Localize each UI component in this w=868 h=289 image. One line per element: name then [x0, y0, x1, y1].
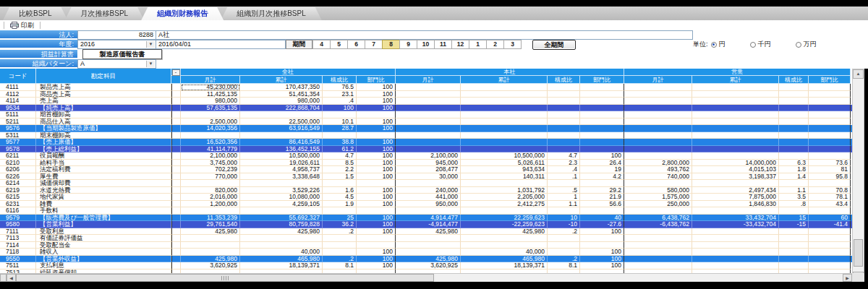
cell[interactable] — [692, 105, 779, 112]
cell[interactable]: 100 — [580, 262, 624, 269]
row-account-name[interactable]: 支払利息 — [36, 262, 171, 269]
cell[interactable]: 100 — [580, 256, 624, 263]
cell[interactable]: 240,000 — [396, 187, 461, 194]
cell[interactable] — [624, 118, 692, 126]
cell[interactable] — [809, 262, 851, 269]
cell[interactable]: 1.5 — [323, 173, 357, 181]
cell[interactable]: 493,762 — [624, 166, 692, 173]
cell[interactable] — [461, 91, 548, 98]
cell[interactable] — [624, 98, 692, 105]
cell[interactable]: 22,259,623 — [461, 215, 548, 222]
cost-report-button[interactable]: 製造原価報告書 — [82, 49, 162, 59]
row-code[interactable]: 9578 — [0, 146, 36, 153]
cell[interactable]: 4,914,477 — [396, 215, 461, 222]
corporation-code-input[interactable]: 8288 — [77, 30, 156, 40]
period-month-button-9[interactable]: 9 — [399, 40, 417, 49]
cell[interactable] — [809, 235, 851, 242]
cell[interactable] — [809, 249, 851, 256]
cell[interactable]: 100 — [357, 228, 396, 236]
row-account-name[interactable]: 【売上総利益】 — [36, 146, 171, 153]
cell[interactable]: 10.1 — [323, 118, 357, 126]
cell[interactable] — [181, 180, 240, 187]
cell[interactable]: 580,000 — [624, 187, 692, 194]
cell[interactable] — [548, 91, 580, 98]
tab-comparison-bspl[interactable]: 比較BSPL — [3, 7, 68, 20]
row-code[interactable]: 6219 — [0, 187, 36, 194]
cell[interactable]: 11,425,135 — [181, 91, 240, 98]
period-month-button-1[interactable]: 1 — [469, 40, 487, 49]
row-code[interactable]: 9579 — [0, 215, 36, 222]
cell[interactable] — [396, 98, 461, 105]
cell[interactable]: 100 — [323, 105, 357, 112]
cell[interactable] — [461, 105, 548, 112]
cell[interactable] — [692, 125, 779, 132]
row-account-name[interactable]: 雑収入 — [36, 249, 171, 256]
cell[interactable] — [692, 118, 779, 126]
cell[interactable] — [692, 262, 779, 269]
cell[interactable]: 702,239 — [181, 166, 240, 173]
cell[interactable] — [461, 111, 548, 118]
cell[interactable]: -27.6 — [580, 221, 624, 228]
row-account-name[interactable]: 【営業利益】 — [36, 221, 171, 228]
row-code[interactable]: 4111 — [0, 84, 36, 91]
cell[interactable]: 36.2 — [323, 221, 357, 228]
unit-radio-0[interactable]: 円 — [711, 40, 726, 49]
cell[interactable] — [396, 146, 461, 153]
row-code[interactable]: 9577 — [0, 139, 36, 146]
cell[interactable]: 136,452,155 — [240, 146, 323, 153]
row-code[interactable]: 6206 — [0, 166, 36, 173]
cell[interactable]: -10 — [548, 221, 580, 228]
cell[interactable] — [461, 125, 548, 132]
cell[interactable]: 29,761,540 — [181, 221, 240, 228]
cell[interactable] — [809, 111, 851, 118]
cell[interactable] — [809, 105, 851, 112]
cell[interactable] — [548, 132, 580, 139]
cell[interactable]: 3,529,226 — [240, 187, 323, 194]
cell[interactable]: 19 — [580, 166, 624, 173]
cell[interactable] — [323, 132, 357, 139]
cell[interactable] — [548, 139, 580, 146]
cell[interactable] — [396, 235, 461, 242]
row-code[interactable]: 6215 — [0, 194, 36, 201]
period-month-button-8[interactable]: 8 — [382, 40, 400, 49]
cell[interactable] — [580, 235, 624, 242]
row-code[interactable]: 5311 — [0, 132, 36, 139]
cell[interactable]: 45,230,000 — [181, 84, 240, 91]
cell[interactable] — [240, 207, 323, 215]
cell[interactable] — [624, 256, 692, 263]
cell[interactable]: 100 — [357, 187, 396, 194]
period-month-button-2[interactable]: 2 — [486, 40, 504, 49]
cell[interactable] — [548, 146, 580, 153]
cell[interactable] — [580, 84, 624, 91]
cell[interactable] — [692, 146, 779, 153]
cell[interactable] — [624, 180, 692, 187]
all-period-button[interactable]: 全期間 — [532, 40, 576, 50]
cell[interactable] — [181, 249, 240, 256]
cell[interactable] — [779, 242, 809, 249]
cell[interactable] — [240, 180, 323, 187]
cell[interactable]: 14,000,000 — [692, 160, 779, 167]
chevron-down-icon[interactable]: ▼ — [146, 61, 155, 67]
cell[interactable]: 18,139,371 — [240, 262, 323, 269]
row-account-name[interactable]: 【純売上高】 — [36, 105, 171, 112]
row-code[interactable]: 7118 — [0, 249, 36, 256]
cell[interactable]: 3.5 — [779, 194, 809, 201]
org-pattern-select[interactable]: A ▼ — [77, 59, 156, 69]
cell[interactable]: 4.7 — [323, 152, 357, 160]
start-date-input[interactable]: 2016/04/01 — [156, 40, 286, 49]
cell[interactable] — [357, 235, 396, 242]
cell[interactable]: 11,353,239 — [181, 215, 240, 222]
cell[interactable]: 10,500,000 — [461, 152, 548, 160]
cell[interactable]: 1 — [548, 194, 580, 201]
cell[interactable]: 1.8 — [779, 166, 809, 173]
cell[interactable] — [396, 139, 461, 146]
cell[interactable]: 100 — [357, 98, 396, 105]
row-account-name[interactable]: 雑費 — [36, 201, 171, 208]
cell[interactable] — [323, 111, 357, 118]
cell[interactable]: 56.6 — [580, 201, 624, 208]
cell[interactable] — [692, 84, 779, 91]
cell[interactable]: 21.9 — [580, 194, 624, 201]
cell[interactable] — [461, 146, 548, 153]
cell[interactable]: 465,980 — [461, 256, 548, 263]
cell[interactable] — [809, 139, 851, 146]
